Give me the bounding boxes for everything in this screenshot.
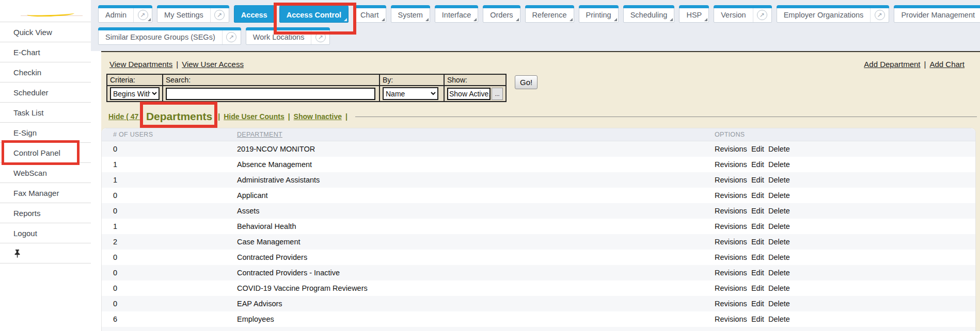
popout-button[interactable]: ↗ bbox=[222, 28, 241, 44]
hide-count-link[interactable]: Hide ( 47 ) bbox=[108, 112, 143, 121]
sidebar-menu: Quick View E-Chart Checkin Scheduler Tas… bbox=[0, 22, 91, 243]
revisions-link[interactable]: Revisions bbox=[715, 269, 747, 277]
sidebar-item-label: Checkin bbox=[13, 68, 41, 77]
sidebar-item[interactable]: WebScan bbox=[0, 163, 91, 183]
revisions-link[interactable]: Revisions bbox=[715, 160, 747, 169]
revisions-link[interactable]: Revisions bbox=[715, 145, 747, 153]
delete-link[interactable]: Delete bbox=[768, 269, 790, 277]
delete-link[interactable]: Delete bbox=[768, 207, 790, 215]
revisions-link[interactable]: Revisions bbox=[715, 300, 747, 308]
show-header: Show: bbox=[444, 74, 506, 86]
more-options-button[interactable]: ... bbox=[492, 88, 503, 100]
delete-link[interactable]: Delete bbox=[768, 191, 790, 200]
by-select[interactable]: Name bbox=[383, 87, 438, 100]
go-button[interactable]: Go! bbox=[515, 75, 538, 89]
delete-link[interactable]: Delete bbox=[768, 315, 790, 323]
delete-link[interactable]: Delete bbox=[768, 284, 790, 292]
edit-link[interactable]: Edit bbox=[751, 315, 764, 323]
tab[interactable]: Provider Management ↗ bbox=[894, 5, 980, 23]
tab[interactable]: HSP ↗ bbox=[679, 5, 709, 23]
sidebar-item[interactable]: Checkin bbox=[0, 62, 91, 82]
tab-label: Printing bbox=[579, 6, 618, 22]
view-departments-link[interactable]: View Departments bbox=[109, 60, 172, 69]
revisions-link[interactable]: Revisions bbox=[715, 207, 747, 215]
sidebar-item-label: Scheduler bbox=[13, 88, 49, 97]
table-row: 0 2019-NCOV MONITOR Revisions Edit Delet… bbox=[102, 141, 975, 157]
edit-link[interactable]: Edit bbox=[751, 300, 764, 308]
delete-link[interactable]: Delete bbox=[768, 160, 790, 169]
tab[interactable]: Reference ↗ bbox=[525, 5, 574, 23]
popout-button[interactable]: ↗ bbox=[311, 28, 329, 44]
users-column-header: # OF USERS bbox=[102, 131, 237, 138]
sidebar-item[interactable]: Task List bbox=[0, 103, 91, 123]
edit-link[interactable]: Edit bbox=[751, 238, 764, 246]
edit-link[interactable]: Edit bbox=[751, 207, 764, 215]
delete-link[interactable]: Delete bbox=[768, 300, 790, 308]
sidebar-item[interactable]: Logout bbox=[0, 223, 91, 243]
popout-button[interactable]: ↗ bbox=[870, 6, 889, 22]
delete-link[interactable]: Delete bbox=[768, 238, 790, 246]
delete-link[interactable]: Delete bbox=[768, 222, 790, 230]
department-cell: Case Management bbox=[237, 238, 715, 246]
popout-button[interactable]: ↗ bbox=[753, 6, 771, 22]
popout-button[interactable]: ↗ bbox=[210, 6, 229, 22]
tab[interactable]: Scheduling ↗ bbox=[623, 5, 675, 23]
revisions-link[interactable]: Revisions bbox=[715, 222, 747, 230]
tab[interactable]: Similar Exposure Groups (SEGs) ↗ bbox=[98, 27, 241, 45]
edit-link[interactable]: Edit bbox=[751, 269, 764, 277]
revisions-link[interactable]: Revisions bbox=[715, 176, 747, 184]
sidebar-item[interactable]: Scheduler bbox=[0, 82, 91, 103]
revisions-link[interactable]: Revisions bbox=[715, 238, 747, 246]
department-cell: Assets bbox=[237, 207, 715, 215]
edit-link[interactable]: Edit bbox=[751, 222, 764, 230]
sidebar-item[interactable]: Control Panel bbox=[0, 143, 91, 163]
submenu-arrow-icon bbox=[704, 18, 707, 21]
page-title: Departments bbox=[146, 110, 212, 123]
sidebar-item-pin[interactable] bbox=[0, 243, 91, 263]
sidebar-item[interactable]: Reports bbox=[0, 203, 91, 223]
edit-link[interactable]: Edit bbox=[751, 160, 764, 169]
delete-link[interactable]: Delete bbox=[768, 176, 790, 184]
add-department-link[interactable]: Add Department bbox=[864, 60, 920, 69]
tab[interactable]: Chart ↗ bbox=[353, 5, 386, 23]
edit-link[interactable]: Edit bbox=[751, 176, 764, 184]
add-chart-link[interactable]: Add Chart bbox=[929, 60, 965, 69]
sidebar-item[interactable]: Fax Manager bbox=[0, 183, 91, 203]
search-input[interactable] bbox=[166, 88, 375, 100]
external-arrow-icon: ↗ bbox=[875, 10, 885, 20]
sidebar-item[interactable]: E-Chart bbox=[0, 42, 91, 62]
edit-link[interactable]: Edit bbox=[751, 253, 764, 261]
delete-link[interactable]: Delete bbox=[768, 253, 790, 261]
external-arrow-icon: ↗ bbox=[315, 32, 326, 42]
tab[interactable]: System ↗ bbox=[391, 5, 430, 23]
revisions-link[interactable]: Revisions bbox=[715, 284, 747, 292]
edit-link[interactable]: Edit bbox=[751, 284, 764, 292]
tab[interactable]: Work Locations ↗ bbox=[246, 27, 330, 45]
departments-legend: Hide ( 47 ) Departments | Hide User Coun… bbox=[108, 108, 980, 125]
delete-link[interactable]: Delete bbox=[768, 145, 790, 153]
tab[interactable]: Printing ↗ bbox=[579, 5, 619, 23]
hide-user-counts-link[interactable]: Hide User Counts bbox=[224, 112, 284, 121]
tab[interactable]: Access ↗ bbox=[234, 5, 275, 23]
department-cell: Behavioral Health bbox=[237, 222, 715, 230]
department-sort-link[interactable]: DEPARTMENT bbox=[237, 131, 282, 138]
view-user-access-link[interactable]: View User Access bbox=[182, 60, 244, 69]
tab[interactable]: Access Control ↗ bbox=[279, 5, 349, 23]
revisions-link[interactable]: Revisions bbox=[715, 253, 747, 261]
tab[interactable]: Interface ↗ bbox=[435, 5, 478, 23]
edit-link[interactable]: Edit bbox=[751, 145, 764, 153]
tab[interactable]: Admin ↗ bbox=[98, 5, 152, 23]
criteria-select[interactable]: Begins With bbox=[110, 87, 160, 100]
tab[interactable]: Employer Organizations ↗ bbox=[777, 5, 890, 23]
tab[interactable]: Version ↗ bbox=[714, 5, 771, 23]
sidebar-item[interactable]: E-Sign bbox=[0, 123, 91, 143]
show-inactive-link[interactable]: Show Inactive bbox=[294, 112, 342, 121]
revisions-link[interactable]: Revisions bbox=[715, 191, 747, 200]
tab[interactable]: Orders ↗ bbox=[483, 5, 520, 23]
show-active-value[interactable]: Show Active... bbox=[447, 88, 491, 100]
revisions-link[interactable]: Revisions bbox=[715, 315, 747, 323]
tab[interactable]: My Settings ↗ bbox=[157, 5, 229, 23]
edit-link[interactable]: Edit bbox=[751, 191, 764, 200]
table-row: 0 Applicant Revisions Edit Delete bbox=[102, 188, 975, 203]
sidebar-item[interactable]: Quick View bbox=[0, 22, 91, 42]
